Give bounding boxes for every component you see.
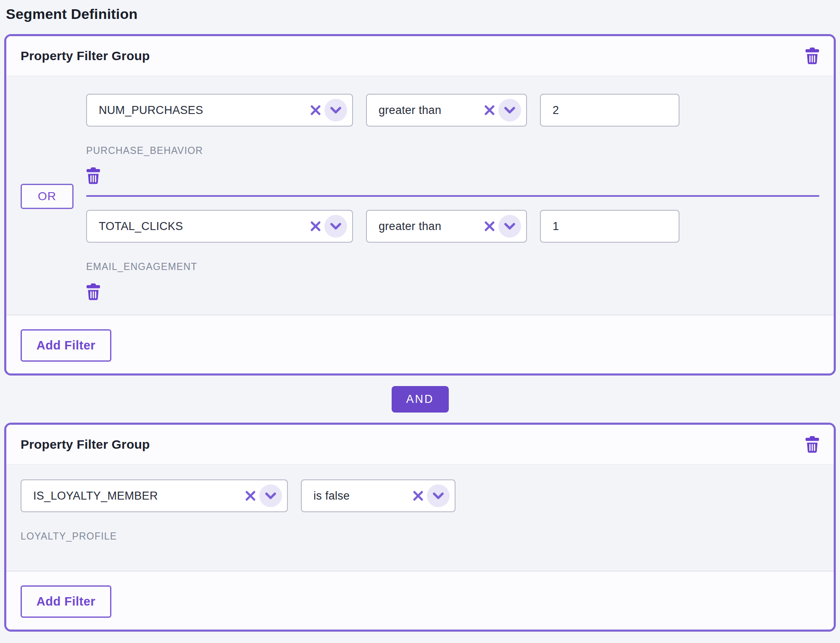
open-dropdown-button[interactable] [498, 215, 521, 238]
property-source-label: LOYALTY_PROFILE [21, 531, 819, 542]
clear-operator-button[interactable] [484, 221, 495, 232]
property-select-value: IS_LOYALTY_MEMBER [33, 490, 245, 503]
delete-filter-button[interactable] [86, 283, 100, 300]
trash-icon [805, 436, 819, 453]
filter-value-input[interactable] [540, 210, 679, 243]
operator-select-value: greater than [379, 220, 484, 233]
operator-select[interactable]: greater than [366, 94, 527, 127]
delete-group-button[interactable] [805, 436, 819, 453]
open-dropdown-button[interactable] [259, 484, 282, 507]
property-select[interactable]: TOTAL_CLICKS [86, 210, 353, 243]
trash-icon [805, 48, 819, 64]
group-1-body: OR NUM_PURCHASES [6, 76, 834, 315]
delete-filter-button[interactable] [86, 167, 100, 184]
or-connector-button[interactable]: OR [21, 184, 74, 209]
filter-fields: IS_LOYALTY_MEMBER is false [21, 479, 819, 512]
open-dropdown-button[interactable] [324, 215, 347, 238]
clear-x-icon [413, 490, 424, 501]
add-filter-button[interactable]: Add Filter [21, 585, 111, 618]
clear-property-button[interactable] [245, 490, 256, 501]
clear-property-button[interactable] [310, 221, 321, 232]
clear-operator-button[interactable] [484, 105, 495, 116]
filter-row: TOTAL_CLICKS greater than [86, 210, 819, 300]
clear-x-icon [484, 221, 495, 232]
operator-select[interactable]: greater than [366, 210, 527, 243]
group-1-rows: OR NUM_PURCHASES [21, 94, 819, 300]
group-2-footer: Add Filter [6, 571, 834, 630]
property-select-value: TOTAL_CLICKS [99, 220, 310, 233]
property-filter-group-1: Property Filter Group OR [4, 34, 836, 376]
trash-icon [86, 167, 100, 184]
filter-fields: NUM_PURCHASES greater than [86, 94, 819, 127]
clear-x-icon [310, 105, 321, 116]
chevron-down-icon [265, 492, 276, 499]
property-select[interactable]: NUM_PURCHASES [86, 94, 353, 127]
add-filter-button[interactable]: Add Filter [21, 329, 111, 362]
operator-select[interactable]: is false [301, 479, 456, 512]
open-dropdown-button[interactable] [427, 484, 450, 507]
property-select[interactable]: IS_LOYALTY_MEMBER [21, 479, 288, 512]
group-2-header: Property Filter Group [6, 425, 834, 465]
group-1-header: Property Filter Group [6, 36, 834, 76]
group-1-footer: Add Filter [6, 315, 834, 373]
operator-select-value: greater than [379, 104, 484, 117]
chevron-down-icon [433, 492, 444, 499]
operator-select-value: is false [313, 490, 413, 503]
property-select-value: NUM_PURCHASES [99, 104, 310, 117]
property-source-label: EMAIL_ENGAGEMENT [86, 261, 819, 273]
chevron-down-icon [504, 223, 515, 230]
page-title: Segment Definition [6, 6, 836, 22]
group-title: Property Filter Group [21, 437, 150, 452]
and-connector-button[interactable]: AND [392, 386, 449, 413]
group-connector-wrap: AND [4, 386, 836, 413]
clear-x-icon [484, 105, 495, 116]
or-divider-line [86, 195, 819, 197]
property-source-label: PURCHASE_BEHAVIOR [86, 145, 819, 156]
filter-row: NUM_PURCHASES greater than [86, 94, 819, 184]
clear-operator-button[interactable] [413, 490, 424, 501]
property-filter-group-2: Property Filter Group IS_LOYALTY_ME [4, 423, 836, 632]
filter-value-input[interactable] [540, 94, 679, 127]
segment-definition-page: Segment Definition Property Filter Group… [0, 0, 840, 643]
open-dropdown-button[interactable] [498, 99, 521, 122]
clear-property-button[interactable] [310, 105, 321, 116]
trash-icon [86, 283, 100, 300]
chevron-down-icon [330, 107, 341, 114]
clear-x-icon [310, 221, 321, 232]
chevron-down-icon [504, 107, 515, 114]
chevron-down-icon [330, 223, 341, 230]
clear-x-icon [245, 490, 256, 501]
group-title: Property Filter Group [21, 49, 150, 63]
filter-row: IS_LOYALTY_MEMBER is false [21, 479, 819, 542]
delete-group-button[interactable] [805, 48, 819, 64]
group-2-body: IS_LOYALTY_MEMBER is false [6, 465, 834, 571]
open-dropdown-button[interactable] [324, 99, 347, 122]
filter-fields: TOTAL_CLICKS greater than [86, 210, 819, 243]
group-2-rows: IS_LOYALTY_MEMBER is false [21, 479, 819, 542]
